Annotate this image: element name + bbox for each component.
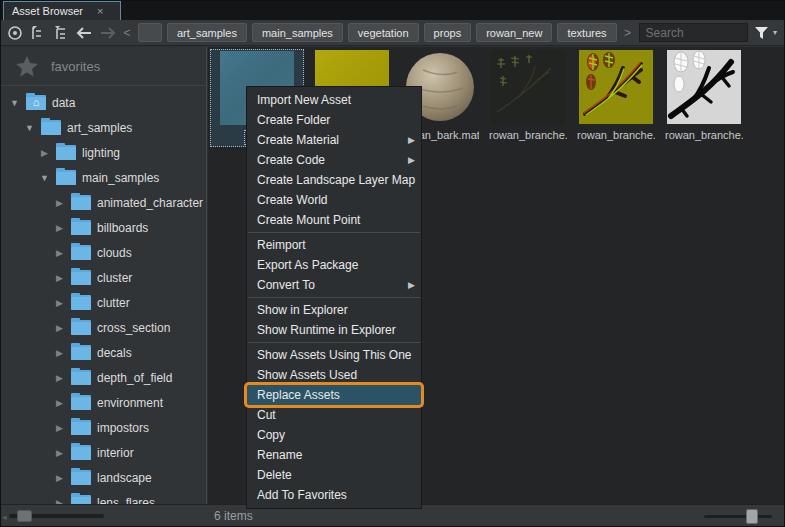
menu-item-create-landscape-layer-map[interactable]: Create Landscape Layer Map <box>247 170 421 190</box>
asset-rowan_branche...[interactable]: rowan_branche... <box>664 49 744 147</box>
breadcrumb-scroll-right[interactable]: > <box>622 26 634 40</box>
sidebar-horizontal-scrollbar[interactable] <box>9 514 104 518</box>
menu-item-import-new-asset[interactable]: Import New Asset <box>247 90 421 110</box>
chevron-right-icon[interactable]: ▶ <box>54 273 65 283</box>
thumbnail-size-slider[interactable] <box>704 515 772 518</box>
tab-title: Asset Browser <box>12 5 83 17</box>
menu-item-export-as-package[interactable]: Export As Package <box>247 255 421 275</box>
menu-item-show-in-explorer[interactable]: Show in Explorer <box>247 300 421 320</box>
menu-item-add-to-favorites[interactable]: Add To Favorites <box>247 485 421 505</box>
tree-item-label: environment <box>97 396 163 410</box>
breadcrumb-scroll-left[interactable]: < <box>121 26 133 40</box>
menu-item-create-material[interactable]: Create Material▶ <box>247 130 421 150</box>
sidebar-item-landscape[interactable]: ▶landscape <box>1 465 206 490</box>
menu-item-show-runtime-in-explorer[interactable]: Show Runtime in Explorer <box>247 320 421 340</box>
asset-thumbnail[interactable] <box>579 50 653 124</box>
sidebar-item-lighting[interactable]: ▶lighting <box>1 140 206 165</box>
menu-item-create-mount-point[interactable]: Create Mount Point <box>247 210 421 230</box>
sidebar-item-interior[interactable]: ▶interior <box>1 440 206 465</box>
forward-arrow-icon[interactable] <box>98 24 116 42</box>
sidebar-item-decals[interactable]: ▶decals <box>1 340 206 365</box>
home-folder-icon: ⌂ <box>26 95 46 110</box>
asset-rowan_branche...[interactable]: rowan_branche... <box>488 49 568 147</box>
tree-item-label: interior <box>97 446 134 460</box>
sidebar-item-depth_of_field[interactable]: ▶depth_of_field <box>1 365 206 390</box>
chevron-down-icon[interactable]: ▼ <box>9 98 20 108</box>
menu-item-convert-to[interactable]: Convert To▶ <box>247 275 421 295</box>
menu-item-show-assets-used[interactable]: Show Assets Used <box>247 365 421 385</box>
collapse-all-icon[interactable] <box>29 24 47 42</box>
sidebar-item-art_samples[interactable]: ▼art_samples <box>1 115 206 140</box>
sidebar-item-clouds[interactable]: ▶clouds <box>1 240 206 265</box>
breadcrumb-props[interactable]: props <box>424 23 472 42</box>
sidebar-item-cluster[interactable]: ▶cluster <box>1 265 206 290</box>
sidebar-item-favorites[interactable]: favorites <box>1 47 206 85</box>
scrollbar-thumb[interactable] <box>17 510 32 522</box>
menu-item-create-world[interactable]: Create World <box>247 190 421 210</box>
sidebar-item-cross_section[interactable]: ▶cross_section <box>1 315 206 340</box>
chevron-down-icon[interactable]: ▾ <box>773 28 777 37</box>
scroll-left-arrow-icon[interactable]: ◂ <box>2 512 7 522</box>
breadcrumb-clipped[interactable] <box>138 23 162 42</box>
tab-asset-browser[interactable]: Asset Browser × <box>3 1 121 20</box>
asset-thumbnail[interactable] <box>491 50 565 124</box>
menu-item-cut[interactable]: Cut <box>247 405 421 425</box>
sidebar-item-data[interactable]: ▼⌂data <box>1 90 206 115</box>
folder-icon <box>56 145 76 160</box>
slider-handle[interactable] <box>746 509 758 524</box>
menu-item-show-assets-using-this-one[interactable]: Show Assets Using This One <box>247 345 421 365</box>
breadcrumb-art_samples[interactable]: art_samples <box>167 23 247 42</box>
menu-item-delete[interactable]: Delete <box>247 465 421 485</box>
chevron-down-icon[interactable]: ▼ <box>24 123 35 133</box>
star-icon <box>15 55 39 78</box>
breadcrumb-rowan_new[interactable]: rowan_new <box>476 23 552 42</box>
tree-item-label: landscape <box>97 471 152 485</box>
breadcrumb-vegetation[interactable]: vegetation <box>348 23 419 42</box>
chevron-right-icon[interactable]: ▶ <box>54 223 65 233</box>
eye-icon[interactable] <box>6 24 24 42</box>
chevron-right-icon[interactable]: ▶ <box>54 398 65 408</box>
sidebar-item-impostors[interactable]: ▶impostors <box>1 415 206 440</box>
menu-item-rename[interactable]: Rename <box>247 445 421 465</box>
expand-all-icon[interactable] <box>52 24 70 42</box>
menu-item-copy[interactable]: Copy <box>247 425 421 445</box>
chevron-right-icon[interactable]: ▶ <box>54 348 65 358</box>
sidebar-item-lens_flares[interactable]: ▶lens_flares <box>1 490 206 504</box>
menu-item-label: Add To Favorites <box>257 488 347 502</box>
sidebar-item-environment[interactable]: ▶environment <box>1 390 206 415</box>
folder-icon <box>71 345 91 360</box>
sidebar-item-clutter[interactable]: ▶clutter <box>1 290 206 315</box>
chevron-right-icon[interactable]: ▶ <box>54 423 65 433</box>
chevron-right-icon[interactable]: ▶ <box>54 198 65 208</box>
folder-icon <box>41 120 61 135</box>
chevron-down-icon[interactable]: ▼ <box>39 173 50 183</box>
filter-funnel-icon[interactable] <box>753 24 771 42</box>
breadcrumb-textures[interactable]: textures <box>557 23 616 42</box>
menu-item-create-folder[interactable]: Create Folder <box>247 110 421 130</box>
chevron-right-icon[interactable]: ▶ <box>54 323 65 333</box>
close-icon[interactable]: × <box>97 5 103 17</box>
breadcrumb-main_samples[interactable]: main_samples <box>252 23 343 42</box>
tree-item-label: art_samples <box>67 121 132 135</box>
submenu-arrow-icon: ▶ <box>408 150 415 170</box>
menu-item-label: Show in Explorer <box>257 303 348 317</box>
folder-icon <box>71 495 91 504</box>
menu-item-create-code[interactable]: Create Code▶ <box>247 150 421 170</box>
search-input[interactable] <box>639 23 748 42</box>
chevron-right-icon[interactable]: ▶ <box>54 248 65 258</box>
sidebar-item-main_samples[interactable]: ▼main_samples <box>1 165 206 190</box>
chevron-right-icon[interactable]: ▶ <box>54 473 65 483</box>
chevron-right-icon[interactable]: ▶ <box>54 373 65 383</box>
menu-item-reimport[interactable]: Reimport <box>247 235 421 255</box>
tree-item-label: cross_section <box>97 321 170 335</box>
menu-item-replace-assets[interactable]: Replace Assets <box>247 385 421 405</box>
asset-thumbnail[interactable] <box>667 50 741 124</box>
chevron-right-icon[interactable]: ▶ <box>54 298 65 308</box>
toolbar: < art_samplesmain_samplesvegetationprops… <box>1 20 784 46</box>
back-arrow-icon[interactable] <box>75 24 93 42</box>
asset-rowan_branche...[interactable]: rowan_branche... <box>576 49 656 147</box>
sidebar-item-billboards[interactable]: ▶billboards <box>1 215 206 240</box>
sidebar-item-animated_character[interactable]: ▶animated_character <box>1 190 206 215</box>
chevron-right-icon[interactable]: ▶ <box>39 148 50 158</box>
chevron-right-icon[interactable]: ▶ <box>54 448 65 458</box>
